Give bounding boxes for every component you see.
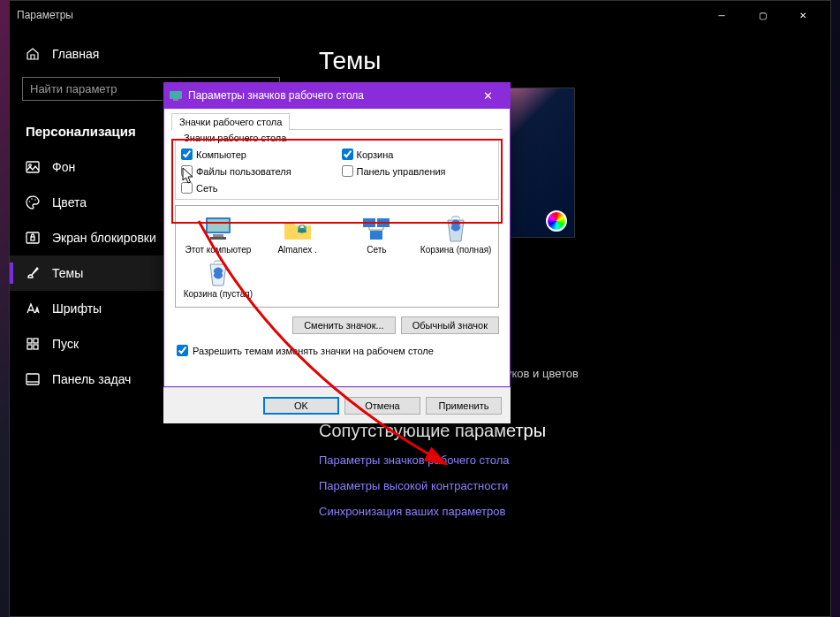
minimize-button[interactable]: ─ [701,1,742,29]
icon-recycle-empty[interactable]: Корзина (пустая) [179,257,257,300]
apply-button[interactable]: Применить [426,397,502,415]
icon-user-folder[interactable]: Almanex . [259,213,337,255]
window-title: Параметры [17,9,73,21]
related-heading: Сопутствующие параметры [319,421,804,441]
svg-rect-1 [26,162,39,172]
lock-screen-icon [26,231,40,245]
svg-rect-17 [213,234,223,237]
link-desktop-icons[interactable]: Параметры значков рабочего стола [319,453,804,467]
titlebar: Параметры ─ ▢ ✕ [10,1,830,29]
svg-rect-14 [173,99,178,101]
svg-point-2 [29,164,32,167]
groupbox-title: Значки рабочего стола [181,133,289,143]
svg-rect-13 [170,91,182,99]
sidebar-item-label: Экран блокировки [52,231,156,245]
desktop-icons-dialog: Параметры значков рабочего стола ✕ Значк… [163,82,511,423]
checkbox-user-files[interactable]: Файлы пользователя [181,165,333,177]
ok-button[interactable]: OK [263,397,339,415]
allow-themes-checkbox[interactable] [177,345,188,356]
svg-point-5 [34,199,36,201]
recycle-full-icon [440,213,472,245]
close-button[interactable]: ✕ [783,1,823,29]
svg-rect-8 [27,339,32,343]
allow-themes-label: Разрешить темам изменять значки на рабоч… [193,346,434,356]
page-title: Темы [319,47,804,75]
svg-point-3 [29,201,31,202]
checkbox-computer[interactable]: Компьютер [181,149,333,160]
svg-point-4 [31,198,33,200]
tab-strip: Значки рабочего стола [171,112,503,130]
sidebar-item-label: Пуск [52,337,79,351]
icon-recycle-full[interactable]: Корзина (полная) [417,213,495,255]
icon-network[interactable]: Сеть [338,213,416,255]
sidebar-item-label: Темы [52,266,83,280]
user-folder-icon [282,213,314,245]
maximize-button[interactable]: ▢ [742,1,783,29]
font-icon [26,301,40,316]
taskbar-icon [26,372,40,386]
svg-rect-7 [31,237,34,240]
tab-desktop-icons[interactable]: Значки рабочего стола [171,113,290,130]
svg-rect-22 [377,218,390,227]
link-high-contrast[interactable]: Параметры высокой контрастности [319,479,804,492]
computer-icon [202,213,234,245]
default-icon-button[interactable]: Обычный значок [401,316,499,334]
svg-rect-18 [210,237,226,240]
checkbox-network[interactable]: Сеть [181,182,333,194]
dialog-titlebar[interactable]: Параметры значков рабочего стола ✕ [163,82,511,109]
icon-preview-panel[interactable]: Этот компьютер Almanex . Сеть Корзина (п… [175,205,499,308]
picture-icon [26,160,40,174]
svg-rect-16 [208,219,229,232]
change-icon-button[interactable]: Сменить значок... [292,316,396,334]
svg-rect-10 [27,345,32,349]
svg-rect-21 [363,218,375,227]
network-icon [360,213,392,245]
window-controls: ─ ▢ ✕ [701,1,823,29]
home-label: Главная [52,47,99,61]
svg-rect-11 [34,345,38,349]
sidebar-item-label: Панель задач [52,372,131,386]
icon-this-pc[interactable]: Этот компьютер [179,213,257,255]
dialog-footer: OK Отмена Применить [163,387,511,423]
sidebar-item-label: Цвета [52,195,87,209]
start-icon [26,337,40,351]
home-link[interactable]: Главная [10,38,292,70]
svg-rect-9 [34,339,38,343]
dialog-close-button[interactable]: ✕ [470,85,505,106]
svg-rect-12 [26,374,39,385]
icons-groupbox: Значки рабочего стола Компьютер Корзина … [175,139,499,200]
link-sync-settings[interactable]: Синхронизация ваших параметров [319,505,804,518]
checkbox-recycle-bin[interactable]: Корзина [342,149,494,160]
recycle-empty-icon [202,257,234,289]
cancel-button[interactable]: Отмена [344,397,420,415]
brush-icon [26,266,40,280]
sidebar-item-label: Шрифты [52,301,102,316]
dialog-icon [169,88,183,103]
checkbox-control-panel[interactable]: Панель управления [342,165,494,177]
sidebar-item-label: Фон [52,160,75,174]
palette-icon [26,195,40,209]
home-icon [26,47,40,61]
dialog-title: Параметры значков рабочего стола [188,89,364,102]
